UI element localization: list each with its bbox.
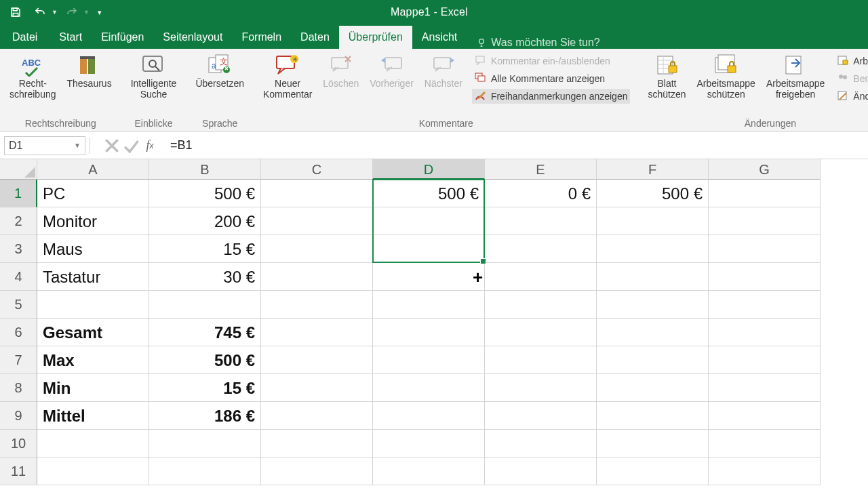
cell[interactable] <box>597 374 709 402</box>
cell[interactable] <box>485 430 597 458</box>
row-header[interactable]: 8 <box>0 374 37 402</box>
cell[interactable] <box>597 458 709 485</box>
row-header[interactable]: 11 <box>0 458 37 485</box>
cell[interactable]: Min <box>37 374 149 402</box>
cell[interactable]: 30 € <box>149 263 261 291</box>
cell[interactable] <box>485 235 597 263</box>
cell[interactable] <box>261 430 373 458</box>
tab-view[interactable]: Ansicht <box>412 26 467 49</box>
cell[interactable]: 745 € <box>149 319 261 346</box>
column-header[interactable]: F <box>597 159 709 180</box>
cell[interactable] <box>37 458 149 485</box>
tab-insert[interactable]: Einfügen <box>92 26 153 49</box>
cell[interactable] <box>485 291 597 319</box>
translate-button[interactable]: a文 Übersetzen <box>190 52 250 90</box>
cell[interactable]: Mittel <box>37 402 149 430</box>
tell-me-search[interactable]: Was möchten Sie tun? <box>467 37 609 49</box>
column-header[interactable]: D <box>373 159 485 180</box>
cell[interactable] <box>373 374 485 402</box>
cell[interactable] <box>373 235 485 263</box>
cell[interactable] <box>261 402 373 430</box>
redo-dropdown-icon[interactable]: ▼ <box>83 9 90 16</box>
cell[interactable]: 500 € <box>597 180 709 207</box>
row-header[interactable]: 7 <box>0 346 37 374</box>
cell[interactable] <box>373 207 485 235</box>
cell[interactable] <box>261 458 373 485</box>
cell[interactable] <box>261 291 373 319</box>
row-header[interactable]: 6 <box>0 319 37 346</box>
cell[interactable] <box>709 319 821 346</box>
cell[interactable] <box>373 346 485 374</box>
cell[interactable] <box>373 263 485 291</box>
cell[interactable] <box>709 458 821 485</box>
cell[interactable] <box>597 291 709 319</box>
insert-function-button[interactable]: fx <box>140 136 159 155</box>
cell[interactable]: 500 € <box>149 180 261 207</box>
tab-review[interactable]: Überprüfen <box>339 26 412 49</box>
row-header[interactable]: 5 <box>0 291 37 319</box>
thesaurus-button[interactable]: Thesaurus <box>62 52 117 90</box>
show-all-comments-button[interactable]: Alle Kommentare anzeigen <box>472 71 631 86</box>
cell[interactable] <box>373 402 485 430</box>
tab-file[interactable]: Datei <box>0 26 50 49</box>
allow-users-button[interactable]: Benutzer <box>834 71 868 86</box>
cell[interactable] <box>373 319 485 346</box>
row-header[interactable]: 2 <box>0 207 37 235</box>
column-header[interactable]: E <box>485 159 597 180</box>
cell[interactable]: Gesamt <box>37 319 149 346</box>
column-header[interactable]: A <box>37 159 149 180</box>
cell[interactable] <box>373 458 485 485</box>
cell[interactable] <box>709 291 821 319</box>
cell[interactable] <box>149 291 261 319</box>
cell[interactable]: Tastatur <box>37 263 149 291</box>
cell[interactable] <box>597 346 709 374</box>
cell[interactable] <box>709 263 821 291</box>
cell[interactable] <box>373 291 485 319</box>
cell[interactable]: 15 € <box>149 374 261 402</box>
column-header[interactable]: G <box>709 159 821 180</box>
cancel-formula-button[interactable] <box>102 136 121 155</box>
select-all-corner[interactable] <box>0 159 37 180</box>
redo-button[interactable] <box>62 3 82 22</box>
cell[interactable] <box>709 374 821 402</box>
row-header[interactable]: 10 <box>0 430 37 458</box>
undo-dropdown-icon[interactable]: ▼ <box>52 9 58 16</box>
cell[interactable] <box>709 402 821 430</box>
row-header[interactable]: 9 <box>0 402 37 430</box>
column-header[interactable]: C <box>261 159 373 180</box>
tab-start[interactable]: Start <box>50 26 92 49</box>
formula-input[interactable] <box>163 136 868 155</box>
cell[interactable] <box>709 346 821 374</box>
cell[interactable]: PC <box>37 180 149 207</box>
cell[interactable] <box>485 374 597 402</box>
cell[interactable] <box>373 430 485 458</box>
cell[interactable] <box>709 430 821 458</box>
cell[interactable] <box>485 346 597 374</box>
cell[interactable] <box>37 430 149 458</box>
tab-data[interactable]: Daten <box>291 26 339 49</box>
row-header[interactable]: 3 <box>0 235 37 263</box>
cell[interactable] <box>597 263 709 291</box>
cell[interactable]: 15 € <box>149 235 261 263</box>
cell[interactable] <box>261 319 373 346</box>
cell[interactable] <box>261 235 373 263</box>
cell[interactable] <box>261 263 373 291</box>
cell[interactable] <box>597 319 709 346</box>
cell[interactable] <box>709 235 821 263</box>
track-changes-button[interactable]: Änderun <box>834 89 868 104</box>
cell[interactable] <box>485 319 597 346</box>
cell[interactable]: 186 € <box>149 402 261 430</box>
cell[interactable] <box>597 207 709 235</box>
tab-pagelayout[interactable]: Seitenlayout <box>153 26 232 49</box>
protect-sheet-button[interactable]: Blatt schützen <box>642 52 691 101</box>
toggle-comment-button[interactable]: Kommentar ein-/ausblenden <box>472 54 631 68</box>
cell[interactable]: 500 € <box>373 180 485 207</box>
cell[interactable]: Maus <box>37 235 149 263</box>
cell[interactable] <box>709 207 821 235</box>
cell[interactable] <box>261 374 373 402</box>
cell[interactable] <box>261 346 373 374</box>
cell[interactable]: Monitor <box>37 207 149 235</box>
spreadsheet-grid[interactable]: ABCDEFG 1PC500 €500 €0 €500 €2Monitor200… <box>0 159 868 485</box>
cell[interactable] <box>597 402 709 430</box>
undo-button[interactable] <box>30 3 50 22</box>
